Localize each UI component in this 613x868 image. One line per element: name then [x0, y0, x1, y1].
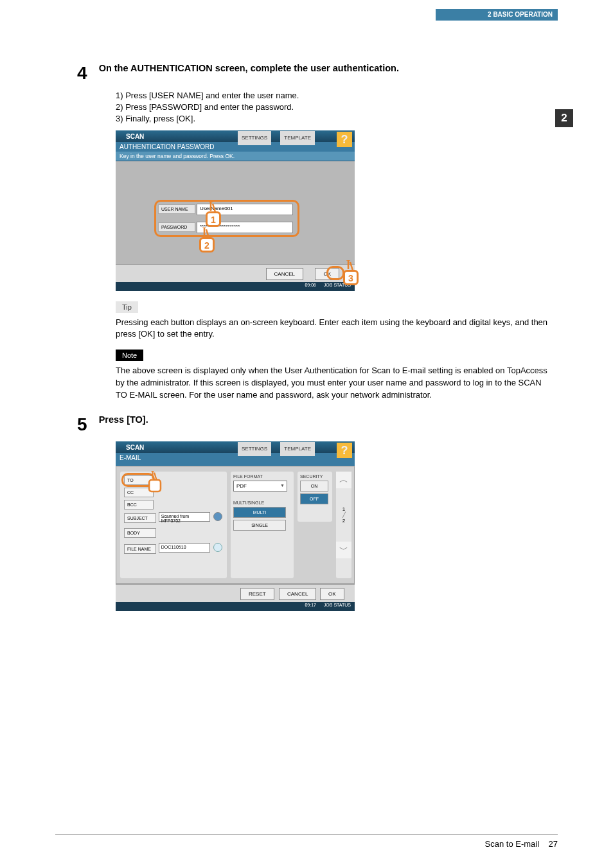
- cancel-button[interactable]: CANCEL: [266, 268, 303, 280]
- security-on[interactable]: ON: [300, 481, 328, 492]
- marker-2: 2: [199, 237, 215, 252]
- ss1-settings-tab[interactable]: SETTINGS: [238, 131, 271, 145]
- step5-number: 5: [77, 414, 96, 435]
- fileformat-select[interactable]: PDF: [233, 481, 287, 492]
- multisingle-label: MULTI/SINGLE: [233, 500, 291, 505]
- body-button[interactable]: BODY: [124, 528, 156, 538]
- ss2-jobstatus[interactable]: JOB STATUS: [324, 603, 351, 607]
- page-nav: ︿ 1 ╱ 2 ﹀: [336, 472, 351, 578]
- ss2-title: SCAN: [126, 442, 144, 454]
- help-icon[interactable]: ?: [337, 132, 352, 147]
- email-screenshot: SCAN SETTINGS TEMPLATE ? E-MAIL TO CC BC…: [116, 441, 355, 606]
- clock-icon[interactable]: [213, 512, 222, 521]
- note-text: The above screen is displayed only when …: [116, 365, 553, 402]
- step5-title: Press [TO].: [99, 414, 148, 425]
- step4-list-3: 3) Finally, press [OK].: [116, 113, 553, 125]
- clock-icon[interactable]: [213, 543, 222, 552]
- subject-value[interactable]: Scanned from MFP0702: [159, 512, 210, 522]
- ss2-settings-tab[interactable]: SETTINGS: [238, 442, 271, 456]
- multi-button[interactable]: MULTI: [233, 507, 286, 518]
- ss1-template-tab[interactable]: TEMPLATE: [280, 131, 315, 145]
- auth-screenshot: SCAN SETTINGS TEMPLATE ? AUTHENTICATION …: [116, 130, 355, 292]
- step4-number: 4: [77, 63, 96, 84]
- ss1-subtitle: AUTHENTICATION PASSWORD: [116, 142, 355, 152]
- bcc-button[interactable]: BCC: [124, 500, 154, 509]
- filename-value[interactable]: DOC110510: [159, 543, 210, 553]
- chapter-tab: 2: [555, 109, 573, 127]
- filename-button[interactable]: FILE NAME: [124, 544, 156, 554]
- footer-divider: [55, 834, 558, 835]
- ss1-title: SCAN: [126, 131, 144, 143]
- footer-page: 27: [549, 839, 558, 849]
- marker-3: 3: [343, 270, 359, 285]
- step4-list-2: 2) Press [PASSWORD] and enter the passwo…: [116, 102, 553, 113]
- password-button[interactable]: PASSWORD: [158, 222, 195, 232]
- header-chapter: 2 BASIC OPERATION: [436, 9, 558, 21]
- page-up-icon[interactable]: ︿: [336, 472, 351, 488]
- subject-button[interactable]: SUBJECT: [124, 513, 156, 523]
- ss1-time: 09:06: [305, 283, 316, 287]
- reset-button[interactable]: RESET: [240, 588, 274, 600]
- page-total: 2: [342, 518, 345, 524]
- page-current: 1: [342, 506, 345, 512]
- ss2-time: 09:17: [305, 603, 316, 607]
- tip-label: Tip: [116, 301, 138, 313]
- footer-section: Scan to E-mail: [485, 839, 540, 849]
- step4-list-1: 1) Press [USER NAME] and enter the user …: [116, 90, 553, 102]
- single-button[interactable]: SINGLE: [233, 520, 286, 531]
- page-down-icon[interactable]: ﹀: [336, 542, 351, 558]
- security-panel: SECURITY ON OFF: [298, 472, 332, 522]
- fileformat-label: FILE FORMAT: [233, 474, 291, 479]
- username-button[interactable]: USER NAME: [158, 204, 195, 214]
- format-panel: FILE FORMAT PDF MULTI/SINGLE MULTI SINGL…: [231, 472, 294, 578]
- highlight-ok: [326, 266, 344, 280]
- address-panel: TO CC BCC SUBJECT Scanned from MFP0702 B…: [120, 472, 227, 578]
- ss1-hint: Key in the user name and password. Press…: [116, 152, 355, 161]
- help-icon[interactable]: ?: [337, 443, 352, 458]
- page-footer: Scan to E-mail 27: [485, 839, 558, 849]
- ss2-subtitle: E-MAIL: [116, 453, 355, 466]
- ok-button[interactable]: OK: [320, 588, 344, 600]
- tip-text: Pressing each button displays an on-scre…: [116, 317, 553, 341]
- ss2-template-tab[interactable]: TEMPLATE: [280, 442, 315, 456]
- security-off[interactable]: OFF: [300, 493, 328, 504]
- cancel-button[interactable]: CANCEL: [279, 588, 316, 600]
- security-label: SECURITY: [300, 474, 330, 479]
- note-label: Note: [116, 350, 143, 361]
- step4-title: On the AUTHENTICATION screen, complete t…: [99, 63, 399, 73]
- to-pointer: [148, 479, 161, 492]
- marker-1: 1: [206, 211, 221, 227]
